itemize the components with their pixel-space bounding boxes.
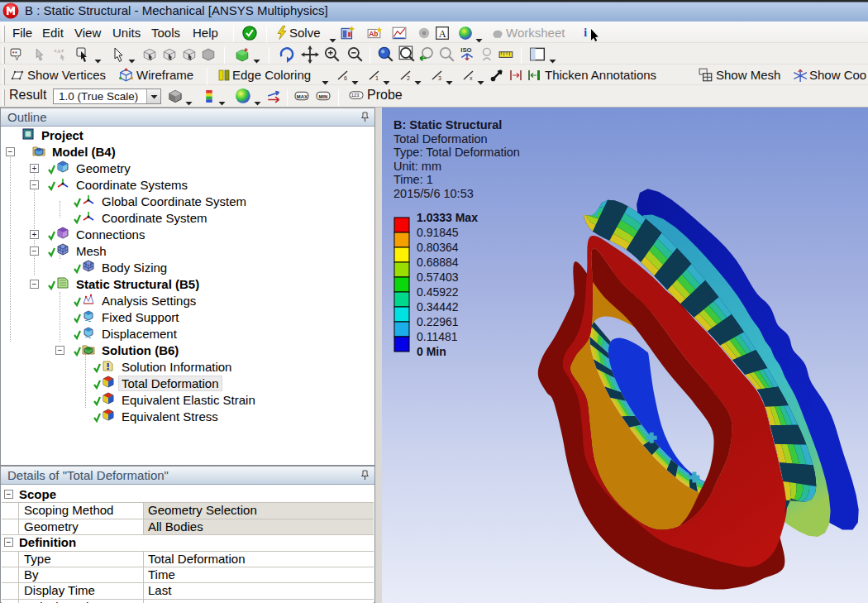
svg-text:0.45922: 0.45922 bbox=[417, 285, 459, 299]
svg-text:1.0333 Max: 1.0333 Max bbox=[417, 211, 478, 224]
svg-text:2: 2 bbox=[407, 75, 410, 81]
svg-text:Ab: Ab bbox=[369, 30, 378, 38]
svg-text:Total Deformation: Total Deformation bbox=[393, 132, 488, 146]
svg-text:MIN: MIN bbox=[318, 94, 327, 99]
svg-text:B: Static Structural: B: Static Structural bbox=[393, 118, 502, 132]
svg-text:6: 6 bbox=[344, 75, 347, 81]
svg-text:0.68884: 0.68884 bbox=[417, 256, 459, 269]
svg-text:MAX: MAX bbox=[297, 94, 308, 99]
svg-text:ISO: ISO bbox=[460, 46, 471, 54]
svg-text:3: 3 bbox=[438, 75, 441, 81]
svg-text:0 Min: 0 Min bbox=[417, 345, 446, 358]
svg-text:0.11481: 0.11481 bbox=[417, 330, 458, 343]
svg-text:x: x bbox=[470, 75, 473, 81]
svg-text:0.80364: 0.80364 bbox=[417, 241, 459, 254]
svg-text:Unit: mm: Unit: mm bbox=[393, 160, 441, 173]
svg-text:Type: Total Deformation: Type: Total Deformation bbox=[393, 146, 520, 159]
svg-text:x,y,z: x,y,z bbox=[55, 48, 64, 53]
svg-text:0.57403: 0.57403 bbox=[417, 270, 459, 284]
svg-text:0.91845: 0.91845 bbox=[417, 226, 459, 239]
svg-text:i: i bbox=[584, 26, 587, 39]
svg-text:Time: 1: Time: 1 bbox=[393, 173, 433, 186]
svg-text:123: 123 bbox=[351, 93, 359, 98]
svg-text:2015/5/6 10:53: 2015/5/6 10:53 bbox=[393, 187, 474, 200]
svg-text:0.34442: 0.34442 bbox=[417, 300, 459, 313]
svg-text:0.22961: 0.22961 bbox=[417, 315, 459, 328]
svg-text:1: 1 bbox=[375, 75, 379, 81]
svg-text:A: A bbox=[439, 28, 446, 40]
